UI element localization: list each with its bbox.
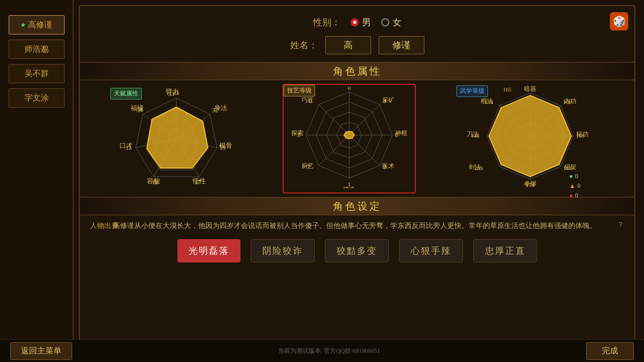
- svg-line-37: [319, 105, 349, 135]
- svg-marker-38: [344, 131, 354, 139]
- star-icon: ★: [20, 21, 26, 29]
- svg-text:锻造: 锻造: [343, 186, 355, 188]
- char-info: 性别： 男 女 姓名：: [80, 6, 634, 62]
- trait-btn-4[interactable]: 忠厚正直: [473, 239, 537, 262]
- trait-btn-0[interactable]: 光明磊落: [177, 239, 240, 262]
- sidebar-item-2[interactable]: 吴不群: [9, 64, 65, 83]
- name-row: 姓名：: [290, 36, 424, 54]
- attributes-header: 角色属性: [80, 62, 634, 80]
- svg-text:根骨: 根骨: [219, 142, 232, 149]
- name-label: 姓名：: [290, 39, 318, 51]
- svg-text:剑法: 剑法: [469, 163, 481, 171]
- svg-text:神棍: 神棍: [395, 129, 407, 137]
- indicator-1: ▲ 0: [569, 182, 580, 190]
- radio-male-dot: [351, 18, 359, 26]
- bio-label: 人物 出身: [90, 220, 105, 232]
- gender-female[interactable]: 女: [381, 16, 402, 28]
- indicator-0: ● 0: [569, 173, 580, 180]
- svg-text:暗器: 暗器: [524, 85, 536, 92]
- trait-btn-1[interactable]: 阴险狡诈: [251, 239, 315, 262]
- sidebar-item-1[interactable]: 师浩邈: [9, 40, 65, 59]
- char-setup: 人物 出身 高修谨从小便在大漠长大，他因为四岁才会说话而被别人当作傻子。但他做事…: [80, 215, 634, 268]
- radio-female-dot: [381, 18, 389, 26]
- svg-text:棍法: 棍法: [481, 97, 493, 105]
- svg-text:巧匠: 巧匠: [301, 96, 314, 104]
- complete-button[interactable]: 完成: [586, 342, 634, 360]
- svg-text:刀法: 刀法: [467, 130, 479, 138]
- dice-button[interactable]: 🎲: [610, 12, 628, 30]
- trait-buttons: 光明磊落 阴险狡诈 狡黠多变 心狠手辣 忠厚正直: [90, 239, 624, 262]
- talent-radar: 天赋属性 33 32: [110, 88, 242, 189]
- svg-text:口才: 口才: [119, 142, 133, 149]
- svg-line-31: [349, 105, 380, 135]
- version-text: 当前为测试版本. 官方QQ群:691906051: [278, 347, 380, 355]
- svg-text:轻功: 轻功: [576, 130, 589, 138]
- martial-radar: 武学等级 165 169 168: [456, 85, 604, 192]
- sidebar-item-0[interactable]: ★ 高修谨: [9, 15, 65, 35]
- sidebar: ★ 高修谨 师浩邈 吴不群 字文涂: [0, 0, 74, 362]
- svg-line-35: [319, 135, 349, 166]
- setup-header: 角色设定: [80, 197, 634, 215]
- svg-text:悟性: 悟性: [192, 177, 206, 185]
- gender-male[interactable]: 男: [351, 16, 371, 28]
- bio-question-icon[interactable]: ？: [617, 220, 624, 232]
- bio-text: 高修谨从小便在大漠长大，他因为四岁才会说话而被别人当作傻子。但他做事心无旁骛，学…: [113, 220, 609, 232]
- svg-text:厨艺: 厨艺: [301, 162, 314, 170]
- svg-text:招架: 招架: [564, 163, 576, 171]
- martial-tag: 武学等级: [456, 85, 488, 97]
- svg-marker-11: [147, 107, 208, 168]
- gender-label: 性别：: [313, 16, 341, 28]
- svg-text:福缘: 福缘: [131, 104, 144, 112]
- given-input[interactable]: [379, 36, 424, 54]
- svg-text:身法: 身法: [214, 104, 227, 112]
- svg-text:0: 0: [348, 87, 351, 91]
- trait-btn-2[interactable]: 狡黠多变: [325, 239, 389, 262]
- surname-input[interactable]: [325, 36, 371, 54]
- gender-row: 性别： 男 女: [313, 16, 402, 28]
- main-panel: 🎲 性别： 男 女 姓名： 角色属性 天赋属性: [79, 5, 635, 355]
- svg-text:医术: 医术: [382, 162, 394, 170]
- back-button[interactable]: 返回主菜单: [10, 342, 72, 360]
- svg-text:拳脚: 拳脚: [524, 180, 536, 187]
- bio-row: 人物 出身 高修谨从小便在大漠长大，他因为四岁才会说话而被别人当作傻子。但他做事…: [90, 220, 624, 232]
- svg-text:探索: 探索: [291, 129, 303, 137]
- svg-marker-67: [489, 95, 571, 177]
- bottom-bar: 返回主菜单 当前为测试版本. 官方QQ群:691906051 完成: [0, 339, 644, 362]
- svg-text:容貌: 容貌: [147, 177, 160, 185]
- svg-line-33: [349, 135, 380, 166]
- talent-tag: 天赋属性: [110, 88, 142, 100]
- side-indicators: ● 0 ▲ 0 ● 0: [569, 173, 580, 200]
- sidebar-item-3[interactable]: 字文涂: [9, 88, 65, 108]
- svg-text:165: 165: [503, 86, 512, 92]
- skills-radar: 技艺等级 0 8 0: [283, 84, 416, 193]
- indicator-2: ● 0: [569, 192, 580, 200]
- svg-text:采矿: 采矿: [382, 96, 394, 104]
- skills-tag: 技艺等级: [284, 85, 315, 96]
- svg-text:内功: 内功: [564, 97, 576, 105]
- trait-btn-3[interactable]: 心狠手辣: [399, 239, 463, 262]
- stats-area: 天赋属性 33 32: [80, 80, 634, 197]
